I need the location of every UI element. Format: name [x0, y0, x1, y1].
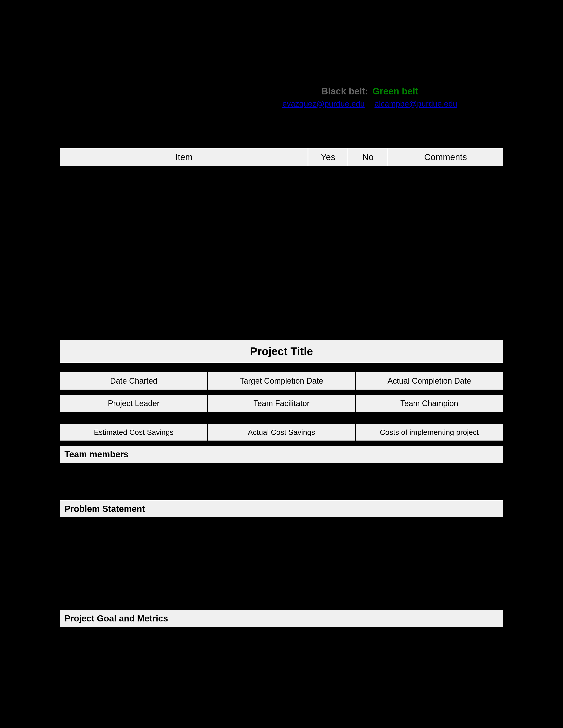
- green-belt-label: Green belt: [373, 86, 418, 96]
- project-goal-header: Project Goal and Metrics: [60, 610, 503, 627]
- date-charted-label: Date Charted: [60, 372, 208, 390]
- checklist-no-header: No: [348, 148, 388, 166]
- team-members-header: Team members: [60, 445, 503, 463]
- dates-row: Date Charted Target Completion Date Actu…: [60, 372, 503, 390]
- team-row: Project Leader Team Facilitator Team Cha…: [60, 394, 503, 413]
- actual-completion-label: Actual Completion Date: [356, 372, 503, 390]
- black-belt-label: Black belt:: [321, 86, 368, 96]
- checklist-comments-header: Comments: [388, 148, 503, 166]
- actual-cost-savings-label: Actual Cost Savings: [208, 424, 356, 441]
- team-facilitator-label: Team Facilitator: [208, 395, 356, 412]
- target-completion-label: Target Completion Date: [208, 372, 356, 390]
- project-title: Project Title: [60, 340, 503, 363]
- email2-link[interactable]: alcampbe@purdue.edu: [375, 99, 457, 108]
- checklist-item-header: Item: [60, 148, 308, 166]
- checklist-yes-header: Yes: [308, 148, 348, 166]
- team-champion-label: Team Champion: [356, 395, 503, 412]
- project-leader-label: Project Leader: [60, 395, 208, 412]
- costs-implementing-label: Costs of implementing project: [356, 424, 503, 441]
- estimated-cost-savings-label: Estimated Cost Savings: [60, 424, 208, 441]
- email1-link[interactable]: evazquez@purdue.edu: [283, 99, 365, 108]
- checklist-table: Item Yes No Comments: [60, 148, 503, 167]
- problem-statement-header: Problem Statement: [60, 500, 503, 518]
- costs-row: Estimated Cost Savings Actual Cost Savin…: [60, 424, 503, 441]
